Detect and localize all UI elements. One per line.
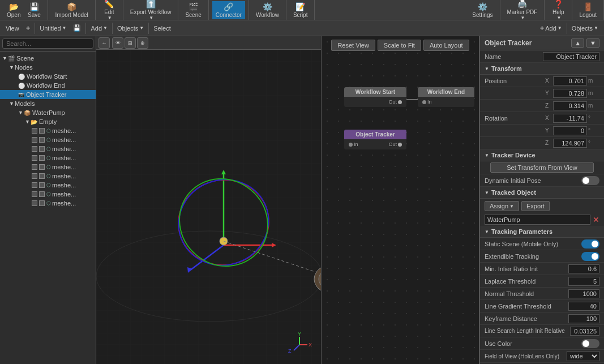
static-scene-row: Static Scene (Mobile Only) — [480, 238, 604, 250]
normal-threshold-input[interactable] — [568, 289, 599, 298]
models-group[interactable]: ▼ Models — [0, 99, 96, 108]
script-button[interactable]: 📝 Script — [290, 1, 311, 19]
nodes-toggle[interactable]: ▼ — [9, 65, 15, 70]
set-transform-btn[interactable]: Set Transform From View — [490, 162, 594, 173]
right-panel-header: Object Tracker ▲ ▼ — [480, 36, 604, 50]
mesh-item-1[interactable]: ⬡meshe... — [0, 135, 96, 144]
top-toolbar: 📂 Open 💾 Save 📦 Import Model ✏️ Edit ▼ ⬆… — [0, 0, 604, 20]
water-pump-item[interactable]: ▼ 📦 WaterPump — [0, 108, 96, 117]
open-save-group: 📂 Open 💾 Save — [0, 0, 48, 20]
clear-tracked-object-btn[interactable]: ✕ — [593, 215, 599, 224]
rotation-y-input[interactable] — [553, 126, 587, 135]
edit-button[interactable]: ✏️ Edit ▼ — [99, 0, 119, 22]
position-z-input[interactable] — [553, 101, 587, 110]
save-icon-btn[interactable]: 💾 — [70, 23, 84, 33]
mesh-item-8[interactable]: ⬡meshe... — [0, 199, 96, 208]
export-tracked-button[interactable]: Export — [521, 201, 550, 211]
mesh-item-3[interactable]: ⬡meshe... — [0, 153, 96, 162]
tracked-object-section[interactable]: ▼ Tracked Object — [480, 187, 604, 199]
panel-down-btn[interactable]: ▼ — [586, 38, 599, 48]
use-color-toggle[interactable] — [581, 339, 599, 348]
help-button[interactable]: ❓ Help ▼ — [548, 0, 568, 22]
fov-label: Field of View (HoloLens Only) — [485, 353, 567, 359]
out-port-dot — [398, 100, 402, 104]
min-inlier-input[interactable] — [568, 264, 599, 273]
use-color-knob — [582, 340, 589, 347]
position-y-input[interactable] — [553, 89, 587, 98]
mesh-item-4[interactable]: ⬡meshe... — [0, 162, 96, 172]
viewport-canvas[interactable]: X Y Z — [96, 50, 321, 364]
untitled-dropdown[interactable]: Untitled ▼ — [36, 24, 70, 33]
connector-view-buttons: Reset View Scale to Fit Auto Layout — [322, 36, 479, 54]
rotation-y-row: Y ° — [480, 125, 604, 137]
mesh-item-6[interactable]: ⬡meshe... — [0, 181, 96, 190]
workflow-end-item[interactable]: ⚪ Workflow End — [0, 81, 96, 90]
extendible-tracking-toggle[interactable] — [581, 252, 599, 261]
connector-button[interactable]: 🔗 Connector — [212, 1, 245, 19]
transform-section[interactable]: ▼ Transform — [480, 63, 604, 75]
tracked-object-input[interactable] — [485, 215, 590, 225]
nodes-group[interactable]: ▼ Nodes — [0, 63, 96, 72]
panel-up-btn[interactable]: ▲ — [571, 38, 584, 48]
mesh-item-7[interactable]: ⬡meshe... — [0, 190, 96, 199]
export-workflow-button[interactable]: ⬆️ Export Workflow ▼ — [127, 0, 175, 22]
scene-toggle[interactable]: ▼ — [2, 55, 8, 61]
workflow-button[interactable]: ⚙️ Workflow — [252, 1, 282, 19]
auto-layout-button[interactable]: Auto Layout — [423, 40, 469, 51]
mesh-item-0[interactable]: ⬡meshe... — [0, 126, 96, 135]
water-pump-toggle[interactable]: ▼ — [18, 110, 24, 115]
static-scene-toggle[interactable] — [581, 239, 599, 249]
name-input[interactable] — [543, 52, 599, 61]
line-search-input[interactable] — [570, 327, 599, 336]
add-icon-btn[interactable]: + — [23, 23, 34, 33]
scene-button[interactable]: 🎬 Scene — [182, 1, 204, 19]
import-model-button[interactable]: 📦 Import Model — [52, 1, 91, 19]
open-button[interactable]: 📂 Open — [3, 1, 24, 19]
laplace-threshold-input[interactable] — [568, 277, 599, 286]
expand-viewport-btn[interactable]: ↔ — [98, 37, 110, 49]
tracking-params-section[interactable]: ▼ Tracking Parameters — [480, 226, 604, 238]
panel-title: Object Tracker — [485, 39, 532, 47]
settings-button[interactable]: ⚙️ Settings — [469, 1, 496, 19]
models-toggle[interactable]: ▼ — [9, 101, 15, 106]
view-mode-btn[interactable]: 👁 — [112, 37, 123, 49]
keyframe-distance-input[interactable] — [568, 314, 599, 323]
objects-btn[interactable]: Objects ▼ — [114, 24, 147, 33]
view-button[interactable]: View — [2, 24, 23, 33]
scale-to-fit-button[interactable]: Scale to Fit — [378, 40, 421, 51]
tracker-device-section[interactable]: ▼ Tracker Device — [480, 149, 604, 161]
position-x-input[interactable] — [553, 76, 587, 85]
connector-canvas[interactable]: Reset View Scale to Fit Auto Layout Work… — [322, 36, 479, 364]
object-tracker-item[interactable]: 📷 Object Tracker — [0, 90, 96, 99]
laplace-threshold-label: Laplace Threshold — [485, 278, 568, 285]
logout-button[interactable]: 🚪 Logout — [576, 1, 600, 19]
scene-tree: ▼ 🎬 Scene ▼ Nodes ⚪ Workflow Start ⚪ Wor… — [0, 52, 96, 364]
save-button[interactable]: 💾 Save — [24, 1, 44, 19]
workflow-start-node[interactable]: Workflow Start Out — [344, 87, 406, 107]
empty-toggle[interactable]: ▼ — [25, 119, 31, 125]
connector-objects-btn[interactable]: Objects ▼ — [568, 24, 602, 33]
workflow-start-item[interactable]: ⚪ Workflow Start — [0, 72, 96, 81]
connector-add-btn[interactable]: + Add ▼ — [537, 23, 566, 33]
mesh-item-2[interactable]: ⬡meshe... — [0, 144, 96, 153]
assign-button[interactable]: Assign ▼ — [485, 201, 519, 211]
empty-item[interactable]: ▼ 📂 Empty — [0, 117, 96, 126]
rotation-x-input[interactable] — [553, 114, 587, 123]
object-tracker-node[interactable]: Object Tracker In Out — [344, 130, 406, 149]
target-btn[interactable]: ⊕ — [137, 37, 148, 49]
dynamic-initial-pose-toggle[interactable] — [581, 176, 599, 185]
marker-pdf-button[interactable]: 🖨️ Marker PDF ▼ — [504, 0, 541, 22]
line-gradient-input[interactable] — [568, 302, 599, 311]
fov-select[interactable]: wide narrow — [567, 351, 599, 361]
reset-view-button[interactable]: Reset View — [331, 40, 375, 51]
rotation-z-input[interactable] — [553, 139, 587, 148]
grid-btn[interactable]: ⊞ — [125, 37, 136, 49]
marker-pdf-icon: 🖨️ — [517, 0, 527, 8]
scene-root[interactable]: ▼ 🎬 Scene — [0, 54, 96, 63]
export-group: ⬆️ Export Workflow ▼ — [123, 0, 179, 20]
search-input[interactable] — [2, 38, 93, 49]
mesh-item-5[interactable]: ⬡meshe... — [0, 172, 96, 181]
add-label-btn[interactable]: Add ▼ — [87, 24, 111, 33]
select-btn[interactable]: Select — [150, 24, 174, 33]
workflow-end-node[interactable]: Workflow End In — [418, 87, 474, 107]
